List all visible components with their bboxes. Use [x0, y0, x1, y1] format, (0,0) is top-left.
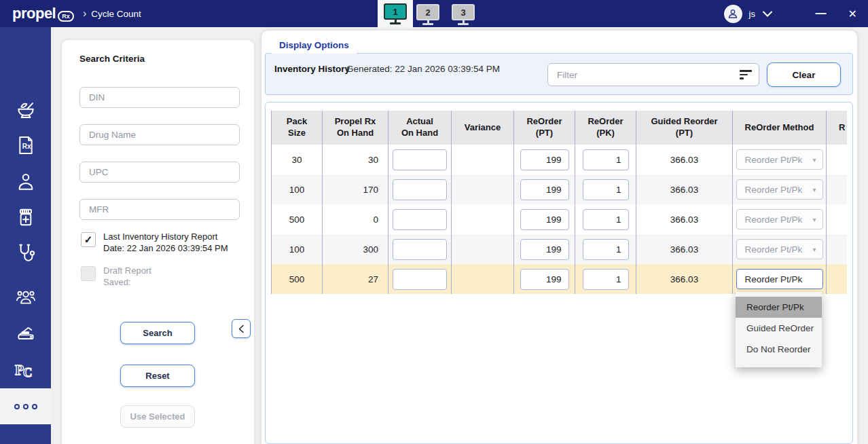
- more-options-icon: [14, 404, 20, 409]
- reorder-pk-cell: [575, 174, 636, 204]
- column-header-5: ReOrder (PK): [575, 111, 636, 145]
- medication-bottle-icon: [15, 206, 37, 228]
- actual-on-hand-cell: [388, 264, 452, 294]
- mfr-input[interactable]: [79, 199, 240, 220]
- reorder-method-select[interactable]: Reorder Pt/Pk▾: [736, 149, 823, 170]
- breadcrumb: › Cycle Count: [83, 0, 141, 27]
- search-criteria-panel: Search Criteria ✓ Last Inventory History…: [61, 39, 255, 444]
- monitor-3-icon[interactable]: 3: [451, 4, 475, 25]
- draft-report-label-line1: Draft Report: [103, 265, 151, 276]
- scanner-icon: [14, 322, 37, 342]
- variance-cell: [452, 204, 514, 234]
- table-header-row: Pack SizePropel Rx On HandActual On Hand…: [271, 111, 847, 145]
- reorder-pt-input[interactable]: [520, 149, 569, 170]
- drug-name-input[interactable]: [79, 124, 240, 145]
- reorder-method-option[interactable]: Do Not Reorder: [736, 339, 822, 360]
- reset-button[interactable]: Reset: [120, 365, 195, 387]
- inventory-table-container: Pack SizePropel Rx On HandActual On Hand…: [265, 102, 853, 444]
- reorder-pt-input[interactable]: [520, 269, 569, 290]
- filter-icon[interactable]: [738, 70, 759, 79]
- pack-size-cell: 100: [271, 174, 323, 204]
- propel-on-hand-cell: 170: [323, 174, 388, 204]
- pc-logo-icon: P C: [14, 358, 38, 380]
- upc-input[interactable]: [79, 162, 240, 183]
- monitor-tab-1[interactable]: 1: [378, 0, 413, 31]
- sidebar-item-medication[interactable]: [0, 206, 51, 228]
- extra-cell: [827, 234, 847, 264]
- close-button[interactable]: ✕: [848, 7, 857, 20]
- reorder-pk-input[interactable]: [583, 269, 629, 290]
- actual-on-hand-cell: [388, 204, 452, 234]
- reorder-pk-input[interactable]: [583, 209, 629, 230]
- last-inventory-date: Date: 22 Jan 2026 03:39:54 PM: [103, 242, 228, 254]
- sidebar-item-pharmacy[interactable]: [0, 99, 51, 121]
- din-input[interactable]: [79, 87, 240, 108]
- actual-on-hand-input[interactable]: [393, 149, 447, 170]
- brand-name: propel: [12, 5, 56, 22]
- reorder-method-menu: Reorder Pt/PkGuided ReOrderDo Not Reorde…: [736, 292, 822, 367]
- variance-cell: [452, 174, 514, 204]
- sidebar-item-groups[interactable]: [0, 286, 51, 308]
- table-row: 100300366.03Reorder Pt/Pk▾: [271, 234, 847, 264]
- extra-cell: [827, 174, 847, 204]
- variance-cell: [452, 234, 514, 264]
- sidebar-item-pc[interactable]: P C: [0, 358, 51, 380]
- user-menu[interactable]: js: [724, 0, 773, 27]
- reorder-pt-input[interactable]: [520, 179, 569, 200]
- last-inventory-checkbox[interactable]: ✓: [81, 232, 96, 247]
- draft-report-checkbox[interactable]: [81, 266, 96, 281]
- stethoscope-icon: [15, 242, 37, 263]
- monitor-2-icon[interactable]: 2: [416, 4, 440, 25]
- reorder-method-select[interactable]: Reorder Pt/Pk▾: [736, 179, 823, 200]
- filter-input[interactable]: [548, 70, 738, 80]
- use-selected-button[interactable]: Use Selected: [120, 405, 195, 428]
- column-header-8: R: [827, 111, 847, 145]
- svg-text:Rx: Rx: [22, 143, 31, 150]
- clear-button[interactable]: Clear: [767, 62, 841, 87]
- sidebar-item-scanner[interactable]: [0, 322, 51, 342]
- chevron-left-icon: [238, 325, 245, 333]
- variance-cell: [452, 264, 514, 294]
- monitor-base: [458, 23, 469, 25]
- reorder-method-select[interactable]: Reorder Pt/Pk▾: [736, 209, 823, 229]
- reorder-method-option[interactable]: Guided ReOrder: [736, 318, 822, 339]
- actual-on-hand-input[interactable]: [393, 209, 447, 230]
- monitor-1-icon[interactable]: 1: [383, 3, 408, 31]
- chevron-down-icon: ▾: [812, 216, 816, 223]
- sidebar-item-more-options[interactable]: [0, 388, 51, 424]
- reorder-method-select[interactable]: Reorder Pt/Pk: [736, 269, 823, 289]
- reorder-pk-input[interactable]: [583, 179, 629, 200]
- chevron-down-icon: ▾: [812, 156, 816, 164]
- actual-on-hand-input[interactable]: [393, 269, 447, 290]
- propel-rx-logo: propel Rx: [12, 5, 74, 22]
- chevron-down-icon: [762, 11, 773, 17]
- monitor-1-label: 1: [384, 3, 407, 20]
- table-body: 3030366.03Reorder Pt/Pk▾100170366.03Reor…: [271, 145, 847, 294]
- report-title: Inventory History: [274, 64, 350, 74]
- more-options-icon: [32, 404, 37, 409]
- sidebar-item-prescriptions[interactable]: Rx: [0, 134, 51, 156]
- actual-on-hand-input[interactable]: [393, 239, 447, 260]
- actual-on-hand-input[interactable]: [393, 179, 447, 200]
- column-header-0: Pack Size: [271, 111, 323, 145]
- display-options-tab[interactable]: Display Options: [272, 38, 357, 54]
- reorder-pt-input[interactable]: [520, 239, 569, 260]
- sidebar-item-clinical[interactable]: [0, 242, 51, 263]
- reorder-pk-input[interactable]: [583, 239, 629, 260]
- reorder-pt-input[interactable]: [520, 209, 569, 230]
- variance-cell: [452, 145, 514, 174]
- table-row: 50027366.03Reorder Pt/Pk: [271, 264, 847, 294]
- minimize-button[interactable]: —: [816, 7, 827, 20]
- sidebar-item-patient[interactable]: [0, 171, 51, 193]
- column-header-2: Actual On Hand: [388, 111, 452, 145]
- search-button[interactable]: Search: [120, 322, 195, 344]
- collapse-panel-button[interactable]: [232, 319, 251, 338]
- reorder-method-option[interactable]: Reorder Pt/Pk: [736, 297, 822, 318]
- guided-reorder-cell: 366.03: [636, 204, 733, 234]
- last-inventory-label-line1: Last Inventory History Report: [103, 231, 228, 242]
- column-header-1: Propel Rx On Hand: [323, 111, 388, 145]
- top-bar: propel Rx › Cycle Count 1 2 3: [0, 0, 868, 27]
- reorder-pk-input[interactable]: [583, 149, 629, 170]
- sidebar: Rx: [0, 27, 51, 444]
- reorder-method-select[interactable]: Reorder Pt/Pk▾: [736, 239, 823, 259]
